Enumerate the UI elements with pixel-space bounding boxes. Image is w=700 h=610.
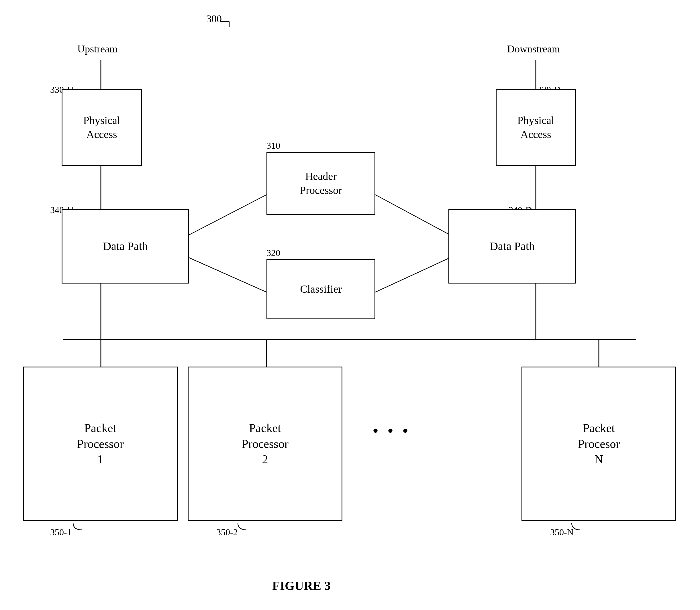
physical-access-downstream-box: PhysicalAccess <box>496 89 576 166</box>
physical-access-upstream-box: PhysicalAccess <box>62 89 142 166</box>
svg-line-8 <box>189 258 266 292</box>
svg-line-10 <box>375 258 450 292</box>
ref-320: 320 <box>266 248 280 258</box>
bracket-350-1 <box>29 521 86 533</box>
svg-line-7 <box>189 195 266 235</box>
figure-title: FIGURE 3 <box>272 578 331 593</box>
diagram-container: 300 Upstream Downstream 330-U PhysicalAc… <box>0 0 700 610</box>
svg-line-9 <box>375 195 450 235</box>
ellipsis-dots: • • • <box>373 421 410 441</box>
packet-processor-1-box: PacketProcessor1 <box>23 367 178 521</box>
classifier-box: Classifier <box>266 259 375 319</box>
downstream-label: Downstream <box>507 43 560 55</box>
header-processor-box: HeaderProcessor <box>266 152 375 215</box>
data-path-downstream-box: Data Path <box>448 209 576 284</box>
data-path-upstream-box: Data Path <box>62 209 189 284</box>
packet-processor-2-box: PacketProcessor2 <box>188 367 342 521</box>
bracket-350-n <box>527 521 585 533</box>
packet-processor-n-box: PacketProcesorN <box>522 367 676 521</box>
diagram-ref-label: 300 <box>206 13 222 25</box>
bracket-350-2 <box>193 521 251 533</box>
upstream-label: Upstream <box>77 43 118 55</box>
ref-310: 310 <box>266 140 280 151</box>
